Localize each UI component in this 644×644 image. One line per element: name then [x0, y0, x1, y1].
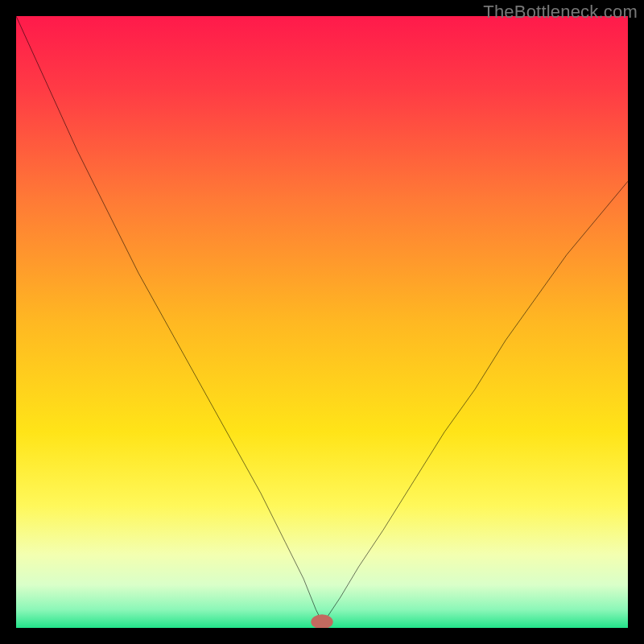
plot-background: [16, 16, 628, 628]
bottleneck-chart: [16, 16, 628, 628]
chart-frame: TheBottleneck.com: [0, 0, 644, 644]
watermark-text: TheBottleneck.com: [483, 2, 638, 23]
